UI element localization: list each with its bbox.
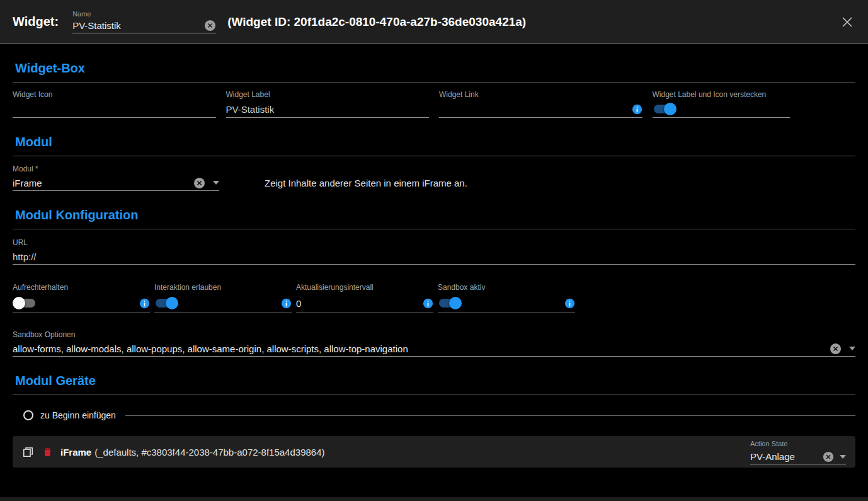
- sandbox-aktiv-row: [438, 294, 575, 313]
- config-toggles-row: Aufrechterhalten Interaktion erlauben: [13, 284, 855, 313]
- action-state-input[interactable]: PV-Anlage: [750, 451, 846, 464]
- clear-sandbox-optionen-icon[interactable]: [830, 343, 842, 355]
- widget-link-input[interactable]: [439, 101, 642, 118]
- aufrechterhalten-label: Aufrechterhalten: [13, 284, 150, 292]
- interaktion-erlauben-row: [154, 294, 292, 313]
- modul-select-label: Modul *: [13, 165, 219, 173]
- insert-at-start-radio[interactable]: [23, 410, 33, 420]
- info-icon[interactable]: [423, 298, 433, 309]
- section-heading-modul-geraete: Modul Geräte: [15, 374, 853, 388]
- sandbox-optionen-input[interactable]: allow-forms, allow-modals, allow-popups,…: [13, 342, 855, 357]
- widget-label-value[interactable]: PV-Statistik: [226, 104, 275, 115]
- widget-id-text: (Widget ID: 20f1da2c-0810-470a-a27b-36de…: [227, 15, 526, 29]
- action-state-field: Action State PV-Anlage: [750, 440, 846, 464]
- aufrechterhalten-row: [13, 294, 150, 313]
- url-input[interactable]: http://: [13, 250, 855, 265]
- aktualisierungsintervall-label: Aktualisierungsintervall: [296, 284, 433, 292]
- modul-row: Modul * iFrame Zeigt Inhalte anderer Sei…: [13, 165, 855, 191]
- chevron-down-icon[interactable]: [849, 347, 855, 350]
- aufrechterhalten-toggle[interactable]: [13, 297, 37, 309]
- delete-icon[interactable]: [42, 447, 53, 458]
- widget-name-label: Name: [72, 10, 216, 18]
- copy-icon[interactable]: [22, 446, 34, 458]
- section-divider: [13, 394, 855, 395]
- modul-select-value[interactable]: iFrame: [13, 178, 42, 188]
- hide-label-icon-field: Widget Label und Icon verstecken: [653, 91, 856, 118]
- info-icon[interactable]: [281, 298, 292, 309]
- aufrechterhalten-field: Aufrechterhalten: [13, 284, 150, 313]
- section-heading-modul-konfiguration: Modul Konfiguration: [15, 208, 853, 222]
- section-divider: [13, 229, 855, 229]
- horizontal-scrollbar[interactable]: [0, 497, 868, 501]
- clear-name-icon[interactable]: [204, 20, 216, 32]
- clear-modul-icon[interactable]: [193, 177, 205, 189]
- clear-action-state-icon[interactable]: [823, 451, 834, 463]
- dialog-title: Widget:: [13, 14, 59, 29]
- widget-label-label: Widget Label: [226, 91, 430, 99]
- url-label: URL: [13, 239, 855, 247]
- sandbox-optionen-field: Sandbox Optionen allow-forms, allow-moda…: [13, 331, 855, 357]
- action-state-value[interactable]: PV-Anlage: [750, 451, 795, 462]
- widget-label-field: Widget Label PV-Statistik: [226, 91, 430, 118]
- aktualisierungsintervall-value[interactable]: 0: [296, 298, 301, 309]
- insert-position-line: [125, 415, 855, 416]
- chevron-down-icon[interactable]: [213, 181, 219, 185]
- widget-icon-field: Widget Icon: [13, 91, 216, 118]
- aktualisierungsintervall-input[interactable]: 0: [296, 294, 433, 313]
- hide-label-icon-row: [653, 101, 790, 118]
- info-icon[interactable]: [139, 298, 150, 309]
- info-icon[interactable]: [632, 104, 642, 115]
- aktualisierungsintervall-field: Aktualisierungsintervall 0: [296, 284, 433, 313]
- url-field: URL http://: [13, 239, 855, 265]
- modul-select-input[interactable]: iFrame: [13, 176, 219, 191]
- sandbox-optionen-label: Sandbox Optionen: [13, 331, 855, 339]
- close-icon[interactable]: [839, 14, 855, 30]
- device-row[interactable]: iFrame (_defaults, #c3803f44-2038-47bb-a…: [13, 436, 855, 468]
- section-heading-modul: Modul: [15, 135, 853, 149]
- widget-label-input[interactable]: PV-Statistik: [226, 101, 430, 118]
- device-detail: (_defaults, #c3803f44-2038-47bb-a072-8f1…: [94, 447, 324, 458]
- device-name: iFrame: [60, 447, 91, 458]
- sandbox-aktiv-field: Sandbox aktiv: [438, 284, 575, 313]
- modul-description: Zeigt Inhalte anderer Seiten in einem iF…: [265, 178, 467, 188]
- dialog-body: Widget-Box Widget Icon Widget Label PV-S…: [0, 61, 868, 468]
- widget-link-label: Widget Link: [439, 91, 642, 99]
- section-divider: [13, 156, 855, 156]
- section-divider: [13, 82, 855, 83]
- sandbox-aktiv-toggle[interactable]: [438, 297, 462, 309]
- widget-name-field: Name PV-Statistik: [72, 10, 216, 33]
- modul-select-field: Modul * iFrame: [13, 165, 219, 191]
- chevron-down-icon[interactable]: [840, 455, 846, 459]
- action-state-label: Action State: [750, 440, 846, 448]
- info-icon[interactable]: [564, 298, 575, 309]
- widget-box-fields-row: Widget Icon Widget Label PV-Statistik Wi…: [13, 91, 855, 118]
- interaktion-erlauben-toggle[interactable]: [154, 297, 178, 309]
- widget-name-input[interactable]: PV-Statistik: [72, 18, 216, 33]
- hide-label-icon-toggle[interactable]: [653, 103, 677, 115]
- widget-name-value[interactable]: PV-Statistik: [72, 20, 121, 31]
- sandbox-optionen-value[interactable]: allow-forms, allow-modals, allow-popups,…: [13, 343, 408, 354]
- url-value[interactable]: http://: [13, 251, 37, 262]
- interaktion-erlauben-label: Interaktion erlauben: [154, 284, 292, 292]
- section-heading-widget-box: Widget-Box: [15, 61, 853, 76]
- hide-label-icon-label: Widget Label und Icon verstecken: [653, 91, 856, 99]
- interaktion-erlauben-field: Interaktion erlauben: [154, 284, 292, 313]
- widget-link-field: Widget Link: [439, 91, 642, 118]
- insert-at-start-row: zu Beginn einfügen: [23, 410, 855, 420]
- insert-at-start-label: zu Beginn einfügen: [40, 410, 116, 420]
- sandbox-aktiv-label: Sandbox aktiv: [438, 284, 575, 292]
- widget-icon-label: Widget Icon: [13, 91, 216, 99]
- dialog-header: Widget: Name PV-Statistik (Widget ID: 20…: [0, 0, 868, 44]
- widget-icon-input[interactable]: [13, 101, 216, 118]
